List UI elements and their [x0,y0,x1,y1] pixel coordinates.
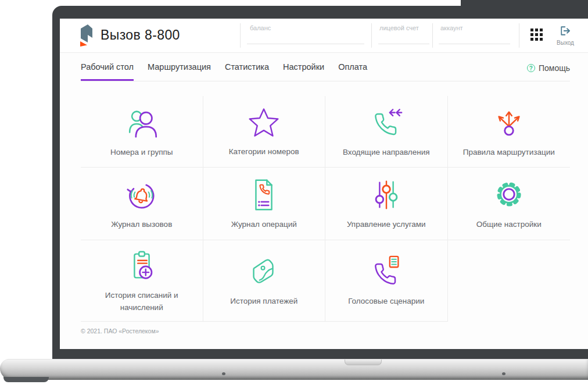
account-number-field-label: лицевой счет [379,24,419,31]
account-field-underline [439,44,510,44]
main-nav: Рабочий стол Маршрутизация Статистика На… [81,53,570,81]
clipboard-plus-icon [124,248,160,284]
header-divider [519,23,519,48]
tile-service-management[interactable]: Управление услугами [325,168,448,240]
star-icon [246,105,281,140]
laptop-base [0,359,588,380]
empty-cell [448,240,571,322]
help-icon: ? [527,64,535,72]
account-number-field-underline [378,44,429,44]
tab-desktop[interactable]: Рабочий стол [81,62,134,81]
users-icon [124,105,160,141]
laptop-latch [345,359,382,365]
tab-settings[interactable]: Настройки [283,62,324,81]
tile-label: Общие настройки [476,219,542,230]
rostelecom-logo [79,23,93,47]
tile-incoming-directions[interactable]: Входящие направления [325,96,448,168]
tile-routing-rules[interactable]: Правила маршрутизации [448,96,571,168]
header-divider [240,23,241,48]
help-label: Помощь [539,63,570,73]
voice-script-icon [368,254,404,290]
tile-label: Номера и группы [110,147,173,158]
laptop-foot [3,377,49,382]
operations-log-icon [246,177,282,213]
tile-charges-history[interactable]: История списаний и начислений [81,240,203,322]
tile-call-log[interactable]: Журнал вызовов [81,168,203,240]
logout-label: Выход [553,40,578,46]
laptop-base-dot [222,372,225,375]
apps-grid-icon[interactable] [530,29,543,41]
tile-label: Голосовые сценарии [348,296,424,307]
tab-statistics[interactable]: Статистика [225,62,269,81]
wallet-icon [246,254,282,290]
sliders-icon [368,177,404,213]
app-header: Вызов 8-800 баланс лицевой счет аккаунт [60,19,588,53]
logout-button[interactable]: Выход [553,26,578,46]
tab-routing[interactable]: Маршрутизация [148,62,211,81]
tile-label: Журнал вызовов [111,219,172,230]
laptop-mockup: Вызов 8-800 баланс лицевой счет аккаунт [0,0,588,388]
dashboard-tiles: Номера и группы Категории номеров [81,96,570,322]
balance-field-label: баланс [250,24,271,31]
tile-number-categories[interactable]: Категории номеров [203,96,326,168]
routing-branch-icon [491,105,527,141]
app-title: Вызов 8-800 [101,27,180,43]
help-link[interactable]: ? Помощь [527,63,570,81]
tab-payment[interactable]: Оплата [338,62,367,81]
app-screen: Вызов 8-800 баланс лицевой счет аккаунт [60,19,588,349]
incoming-call-icon [368,105,404,141]
tile-operations-log[interactable]: Журнал операций [203,168,326,240]
call-log-icon [124,177,160,213]
logout-icon [560,26,571,36]
tile-label: Категории номеров [229,146,299,158]
tile-payments-history[interactable]: История платежей [203,240,326,322]
balance-field-underline [247,44,364,44]
tile-label: Журнал операций [231,219,297,230]
gear-icon [491,177,527,213]
tile-label: История списаний и начислений [88,290,195,314]
tile-label: Входящие направления [343,147,430,158]
tile-label: История платежей [230,296,297,307]
header-divider [371,23,372,48]
laptop-base-dot [502,372,505,375]
account-field-label: аккаунт [440,24,463,31]
tile-voice-scenarios[interactable]: Голосовые сценарии [325,240,448,322]
copyright-text: © 2021. ПАО «Ростелеком» [81,328,567,334]
brand: Вызов 8-800 [79,23,180,47]
tile-label: Правила маршрутизации [463,147,555,158]
tile-label: Управление услугами [347,219,426,230]
header-divider [432,23,433,48]
tile-numbers-and-groups[interactable]: Номера и группы [81,96,203,168]
tile-general-settings[interactable]: Общие настройки [448,168,571,240]
